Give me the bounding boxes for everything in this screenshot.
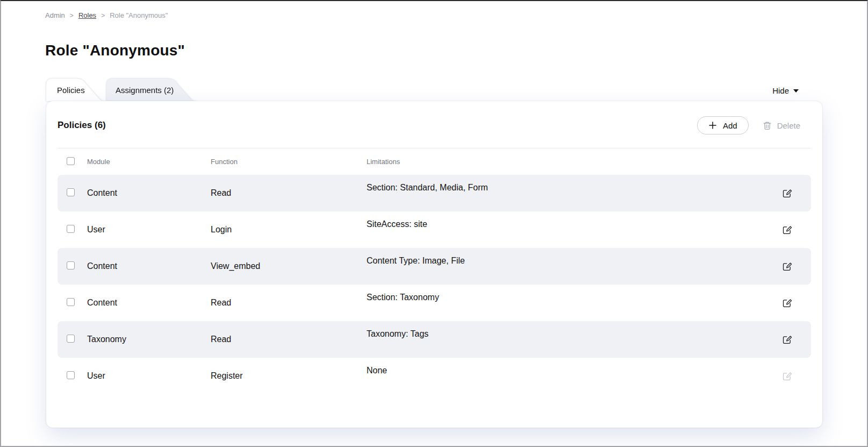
policies-table: Module Function Limitations Content Read…: [58, 148, 811, 394]
limitations-cell: Taxonomy: Tags: [367, 321, 763, 339]
table-row: Taxonomy Read Taxonomy: Tags: [58, 321, 811, 358]
edit-pencil-square-icon: [782, 188, 792, 198]
limitations-cell: Section: Standard, Media, Form: [367, 175, 763, 193]
row-checkbox[interactable]: [67, 225, 75, 233]
table-row: Content Read Section: Taxonomy: [58, 285, 811, 321]
module-cell: Content: [87, 261, 211, 271]
add-policy-button[interactable]: Add: [697, 116, 749, 134]
edit-pencil-square-icon: [782, 225, 792, 235]
limitations-cell: Section: Taxonomy: [367, 285, 763, 302]
edit-policy-button[interactable]: [780, 187, 793, 200]
panel-header: Policies (6) Add: [58, 101, 811, 148]
delete-button-label: Delete: [777, 121, 800, 130]
hide-toggle[interactable]: Hide: [772, 86, 799, 95]
function-cell: Read: [211, 335, 367, 344]
breadcrumb-item-roles[interactable]: Roles: [78, 11, 96, 19]
edit-pencil-square-icon: [782, 261, 792, 271]
hide-toggle-label: Hide: [772, 86, 789, 95]
page-title: Role "Anonymous": [45, 42, 867, 59]
table-row: User Login SiteAccess: site: [58, 211, 811, 248]
limitations-cell: Content Type: Image, File: [367, 248, 763, 266]
module-cell: Content: [87, 298, 211, 308]
edit-policy-button[interactable]: [780, 260, 793, 273]
table-body: Content Read Section: Standard, Media, F…: [58, 175, 811, 394]
delete-policy-button[interactable]: Delete: [763, 116, 800, 134]
module-cell: Content: [87, 188, 211, 198]
column-header-limitations: Limitations: [367, 158, 763, 166]
table-row: Content View_embed Content Type: Image, …: [58, 248, 811, 285]
tab-assignments[interactable]: Assignments (2): [106, 79, 198, 101]
panel-title: Policies (6): [58, 120, 106, 131]
tab-bar: Policies Assignments (2) Hide: [46, 79, 822, 101]
module-cell: Taxonomy: [87, 335, 211, 344]
module-cell: User: [87, 371, 211, 381]
app-window: Admin > Roles > Role "Anonymous" Role "A…: [0, 0, 868, 447]
tab-policies[interactable]: Policies: [46, 79, 106, 101]
select-all-checkbox[interactable]: [67, 157, 75, 165]
edit-policy-button[interactable]: [780, 296, 793, 309]
breadcrumb-item-admin: Admin: [45, 11, 65, 19]
table-row: User Register None: [58, 358, 811, 394]
breadcrumb-item-current: Role "Anonymous": [110, 11, 168, 19]
column-header-function: Function: [211, 158, 367, 166]
row-checkbox[interactable]: [67, 261, 75, 269]
tab-assignments-label: Assignments (2): [116, 86, 174, 95]
edit-policy-button[interactable]: [780, 333, 793, 346]
edit-pencil-square-icon: [782, 298, 792, 308]
edit-policy-button[interactable]: [780, 223, 793, 236]
limitations-cell: None: [367, 358, 763, 375]
caret-down-icon: [793, 89, 799, 93]
function-cell: Read: [211, 188, 367, 198]
row-checkbox[interactable]: [67, 371, 75, 379]
function-cell: Register: [211, 371, 367, 381]
row-checkbox[interactable]: [67, 335, 75, 343]
limitations-cell: SiteAccess: site: [367, 211, 763, 229]
column-header-module: Module: [87, 158, 211, 166]
module-cell: User: [87, 225, 211, 235]
policies-panel: Policies (6) Add: [46, 101, 822, 428]
breadcrumb-separator: >: [101, 12, 105, 19]
add-button-label: Add: [723, 121, 737, 130]
function-cell: Login: [211, 225, 367, 235]
breadcrumb: Admin > Roles > Role "Anonymous": [45, 11, 867, 19]
function-cell: Read: [211, 298, 367, 308]
edit-pencil-square-icon: [782, 335, 792, 344]
breadcrumb-separator: >: [70, 12, 74, 19]
panel-actions: Add Delete: [697, 116, 811, 134]
table-header-row: Module Function Limitations: [58, 148, 811, 175]
row-checkbox[interactable]: [67, 188, 75, 196]
plus-icon: [708, 121, 717, 130]
edit-pencil-square-icon: [782, 371, 792, 381]
trash-icon: [763, 121, 772, 130]
row-checkbox[interactable]: [67, 298, 75, 306]
tab-policies-label: Policies: [57, 86, 85, 95]
table-row: Content Read Section: Standard, Media, F…: [58, 175, 811, 211]
function-cell: View_embed: [211, 261, 367, 271]
edit-policy-button: [780, 370, 793, 382]
